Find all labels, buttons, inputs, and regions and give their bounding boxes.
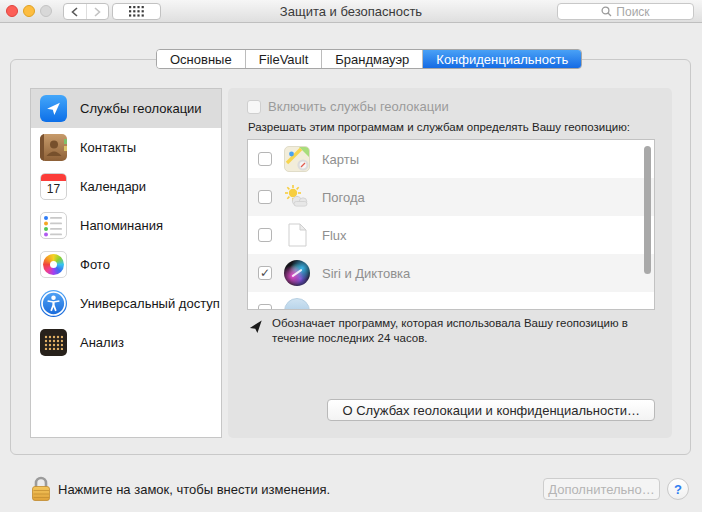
sidebar-item-label: Календари <box>80 179 146 194</box>
location-arrow-icon <box>40 95 67 122</box>
calendar-day: 17 <box>41 181 66 198</box>
lock-message: Нажмите на замок, чтобы внести изменения… <box>58 482 330 497</box>
maps-checkbox[interactable] <box>258 152 272 166</box>
enable-location-label: Включить службы геолокации <box>268 99 449 114</box>
sidebar-item-location-services[interactable]: Службы геолокации <box>31 89 221 128</box>
sidebar-item-label: Службы геолокации <box>80 101 202 116</box>
sidebar-item-contacts[interactable]: Контакты <box>31 128 221 167</box>
photos-pinwheel <box>43 254 64 275</box>
tab-privacy[interactable]: Конфиденциальность <box>423 50 581 68</box>
privacy-sidebar: Службы геолокации Контакты 17 Календари <box>30 88 222 438</box>
sidebar-item-label: Контакты <box>80 140 136 155</box>
contacts-icon <box>40 134 67 161</box>
grid-icon <box>129 3 144 21</box>
tab-firewall[interactable]: Брандмауэр <box>322 50 423 68</box>
sidebar-item-label: Фото <box>80 257 110 272</box>
sidebar-item-calendars[interactable]: 17 Календари <box>31 167 221 206</box>
photos-icon <box>40 251 67 278</box>
location-note: Обозначает программу, которая использова… <box>249 316 653 346</box>
sidebar-item-label: Анализ <box>80 335 124 350</box>
security-privacy-window: Защита и безопасность Поиск Основные Fil… <box>0 0 702 512</box>
location-used-arrow-icon <box>249 316 263 346</box>
list-item-weather[interactable]: Погода <box>248 178 654 216</box>
show-all-button[interactable] <box>112 3 161 20</box>
titlebar: Защита и безопасность Поиск <box>0 0 702 23</box>
search-input[interactable]: Поиск <box>557 3 694 20</box>
sidebar-item-label: Универсальный доступ <box>80 296 220 311</box>
search-icon <box>601 3 612 21</box>
help-button[interactable]: ? <box>667 478 689 500</box>
calendar-red-band <box>41 174 66 181</box>
tab-bar: Основные FileVault Брандмауэр Конфиденци… <box>156 49 582 69</box>
app-name: Flux <box>322 228 347 243</box>
flux-checkbox[interactable] <box>258 228 272 242</box>
sidebar-item-reminders[interactable]: Напоминания <box>31 206 221 245</box>
weather-icon <box>284 184 310 210</box>
minimize-button[interactable] <box>23 5 35 17</box>
chevron-left-icon <box>71 3 78 21</box>
analytics-icon <box>40 329 67 356</box>
partial-app-icon <box>284 298 310 310</box>
tab-general[interactable]: Основные <box>157 50 246 68</box>
maps-icon <box>284 146 310 172</box>
window-title: Защита и безопасность <box>170 4 532 19</box>
siri-checkbox[interactable] <box>258 266 272 280</box>
nav-button-group <box>63 3 109 20</box>
location-note-text: Обозначает программу, которая использова… <box>272 316 653 346</box>
advanced-button[interactable]: Дополнительно… <box>543 478 660 500</box>
app-name: Siri и Диктовка <box>322 266 410 281</box>
zoom-button-disabled <box>40 5 52 17</box>
reminders-icon <box>40 212 67 239</box>
list-item-partial[interactable] <box>248 292 654 310</box>
lock-icon[interactable] <box>30 474 52 507</box>
location-services-panel: Включить службы геолокации Разрешать эти… <box>228 88 672 438</box>
weather-checkbox[interactable] <box>258 190 272 204</box>
scrollbar-thumb[interactable] <box>644 146 651 274</box>
list-item-maps[interactable]: Карты <box>248 140 654 178</box>
search-placeholder: Поиск <box>616 5 649 19</box>
list-item-flux[interactable]: Flux <box>248 216 654 254</box>
sidebar-item-analytics[interactable]: Анализ <box>31 323 221 362</box>
partial-checkbox[interactable] <box>258 304 272 310</box>
close-button[interactable] <box>6 5 18 17</box>
sidebar-item-label: Напоминания <box>80 218 163 233</box>
forward-button[interactable] <box>86 4 109 19</box>
document-icon <box>284 222 310 248</box>
chevron-right-icon <box>94 3 101 21</box>
app-list: Карты <box>247 139 655 310</box>
sidebar-item-accessibility[interactable]: Универсальный доступ <box>31 284 221 323</box>
siri-icon <box>284 260 310 286</box>
app-name: Погода <box>322 190 365 205</box>
tab-filevault[interactable]: FileVault <box>246 50 323 68</box>
allow-apps-label: Разрешать этим программам и службам опре… <box>248 121 630 133</box>
list-item-siri[interactable]: Siri и Диктовка <box>248 254 654 292</box>
accessibility-icon <box>40 290 67 317</box>
calendar-icon: 17 <box>40 173 67 200</box>
about-location-services-button[interactable]: О Службах геолокации и конфиденциальност… <box>327 399 655 421</box>
app-name: Карты <box>322 152 359 167</box>
enable-location-checkbox[interactable] <box>247 100 261 114</box>
enable-location-row: Включить службы геолокации <box>247 99 449 114</box>
back-button[interactable] <box>64 4 86 19</box>
sidebar-item-photos[interactable]: Фото <box>31 245 221 284</box>
